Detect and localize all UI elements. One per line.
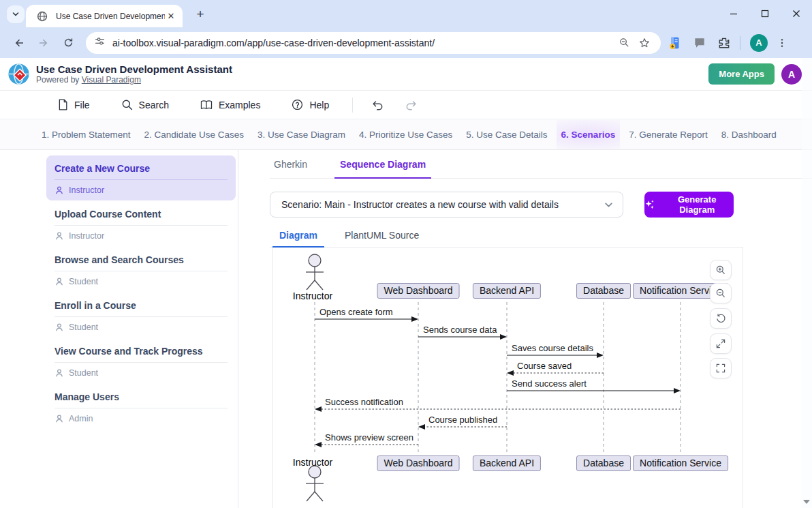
powered-by-text: Powered by Visual Paradigm (36, 75, 232, 85)
search-icon (121, 99, 133, 110)
divider (54, 179, 228, 180)
expand-icon (715, 338, 726, 349)
menu-item-search[interactable]: Search (121, 99, 169, 110)
tab-search-button[interactable] (7, 5, 25, 23)
window-controls (718, 0, 812, 27)
scenario-tabs: Gherkin Sequence Diagram (270, 153, 812, 179)
tab-gherkin[interactable]: Gherkin (272, 153, 309, 178)
actor-figure (306, 254, 324, 290)
use-case-title: Manage Users (54, 391, 228, 402)
svg-text:Success notification: Success notification (325, 397, 403, 407)
divider (54, 225, 228, 226)
person-icon (54, 323, 64, 332)
menu-item-label: Search (139, 100, 169, 110)
svg-text:Course saved: Course saved (517, 361, 572, 371)
step-6[interactable]: 6. Scenarios (557, 120, 621, 149)
person-icon (54, 231, 64, 241)
browser-window: Use Case Driven Development A ✕ + ai-too… (0, 0, 812, 508)
svg-text:Saves course details: Saves course details (512, 343, 593, 353)
step-2[interactable]: 2. Candidate Use Cases (140, 120, 249, 149)
visual-paradigm-link[interactable]: Visual Paradigm (82, 75, 141, 85)
page-scrollbar-track[interactable] (802, 58, 812, 508)
url-text[interactable]: ai-toolbox.visual-paradigm.com/app/use-c… (112, 38, 612, 48)
browser-titlebar: Use Case Driven Development A ✕ + (0, 0, 812, 27)
zoom-indicator-icon[interactable] (616, 35, 632, 51)
tab-close-icon[interactable]: ✕ (165, 10, 177, 23)
use-case-title: View Course and Track Progress (54, 346, 228, 357)
browser-profile-avatar[interactable]: A (750, 34, 768, 52)
use-case-item-3[interactable]: Browse and Search CoursesStudent (46, 247, 236, 292)
divider (54, 316, 228, 317)
zoom-in-button[interactable] (710, 260, 732, 280)
undo-icon[interactable] (371, 99, 384, 111)
scenario-select[interactable]: Scenario: Main - Instructor creates a ne… (270, 192, 623, 218)
site-settings-icon[interactable] (94, 35, 106, 50)
zoom-out-button[interactable] (710, 283, 732, 303)
menu-item-file[interactable]: File (57, 99, 90, 110)
step-7[interactable]: 7. Generate Report (624, 120, 713, 149)
reload-icon[interactable] (57, 32, 79, 54)
person-icon (54, 414, 64, 423)
new-tab-button[interactable]: + (192, 6, 208, 23)
step-5[interactable]: 5. Use Case Details (461, 120, 552, 149)
step-8[interactable]: 8. Dashboard (717, 120, 781, 149)
bookmark-star-icon[interactable] (636, 35, 653, 51)
tab-plantuml-source[interactable]: PlantUML Source (343, 227, 420, 247)
use-case-title: Browse and Search Courses (54, 254, 228, 265)
sequence-diagram-canvas[interactable]: Opens create formSends course dataSaves … (272, 248, 743, 508)
app-title-block: Use Case Driven Development Assistant Po… (36, 63, 232, 85)
comment-extension-icon[interactable] (689, 33, 710, 53)
forward-icon[interactable] (33, 32, 54, 54)
fullscreen-button[interactable] (710, 358, 732, 378)
use-case-item-2[interactable]: Upload Course ContentInstructor (46, 201, 236, 246)
fullscreen-icon (715, 363, 726, 374)
divider (54, 271, 228, 271)
browser-tab[interactable]: Use Case Driven Development A ✕ (26, 5, 183, 27)
app-header: Use Case Driven Development Assistant Po… (0, 58, 812, 91)
reset-zoom-button[interactable] (710, 308, 732, 329)
app-title: Use Case Driven Development Assistant (36, 63, 232, 75)
step-1[interactable]: 1. Problem Statement (37, 120, 136, 149)
expand-button[interactable] (710, 333, 732, 354)
menu-item-label: Help (309, 100, 329, 110)
step-4[interactable]: 4. Prioritize Use Cases (354, 120, 457, 149)
generate-diagram-button[interactable]: Generate Diagram (644, 192, 734, 218)
browser-menu-kebab-icon[interactable] (772, 33, 792, 53)
scroll-down-arrow[interactable] (802, 497, 811, 507)
step-3[interactable]: 3. Use Case Diagram (253, 120, 350, 149)
svg-text:Shows preview screen: Shows preview screen (325, 432, 413, 443)
divider (54, 408, 228, 408)
menu-item-help[interactable]: Help (292, 99, 329, 110)
back-icon[interactable] (8, 32, 30, 54)
use-case-role: Instructor (69, 185, 104, 195)
redo-icon[interactable] (405, 99, 418, 111)
use-case-item-1[interactable]: Create a New CourseInstructor (46, 155, 236, 200)
use-case-item-5[interactable]: View Course and Track ProgressStudent (46, 338, 236, 383)
svg-text:Send success alert: Send success alert (512, 378, 587, 389)
participant-box: Backend API (473, 283, 541, 299)
actor-label: Instructor (293, 290, 332, 301)
divider (54, 362, 228, 363)
use-case-title: Upload Course Content (54, 209, 228, 220)
extensions-puzzle-icon[interactable] (714, 33, 734, 53)
actor-figure (306, 466, 324, 501)
help-icon (292, 99, 303, 110)
minimize-icon[interactable] (718, 0, 749, 27)
tab-diagram[interactable]: Diagram (278, 227, 319, 247)
person-icon (54, 368, 64, 378)
use-case-item-6[interactable]: Manage UsersAdmin (46, 384, 236, 429)
user-avatar[interactable]: A (781, 64, 802, 85)
visual-paradigm-logo (7, 63, 30, 85)
address-bar[interactable]: ai-toolbox.visual-paradigm.com/app/use-c… (86, 32, 661, 54)
use-case-item-4[interactable]: Enroll in a CourseStudent (46, 293, 236, 338)
maximize-icon[interactable] (749, 0, 781, 27)
participant-box: Web Dashboard (377, 283, 460, 299)
participant-box: Database (576, 455, 631, 471)
tab-sequence-diagram[interactable]: Sequence Diagram (339, 153, 427, 178)
menu-item-examples[interactable]: Examples (200, 100, 260, 110)
reading-list-extension-icon[interactable] (665, 33, 685, 53)
close-icon[interactable] (781, 0, 812, 27)
more-apps-button[interactable]: More Apps (708, 63, 775, 85)
steps-nav: 1. Problem Statement2. Candidate Use Cas… (0, 119, 812, 150)
sparkles-icon (644, 199, 655, 210)
